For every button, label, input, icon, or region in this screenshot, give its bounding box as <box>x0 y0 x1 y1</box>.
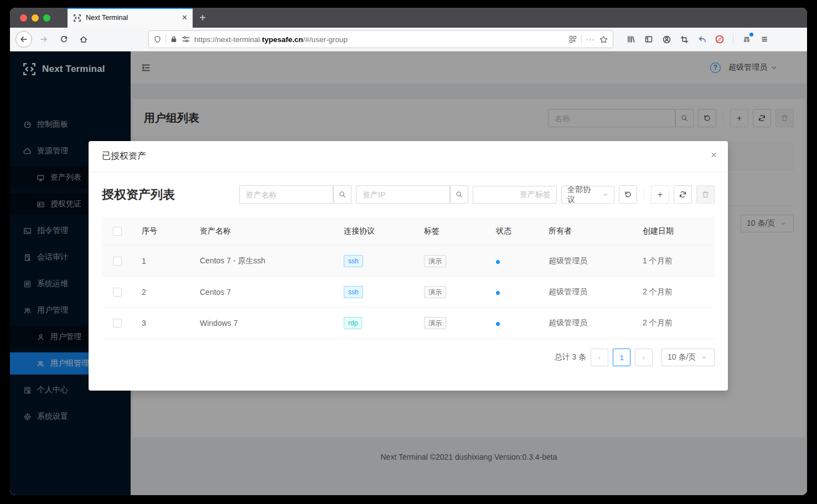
notification-dot <box>749 33 753 37</box>
home-icon <box>79 35 88 44</box>
column-header: 状态 <box>487 226 540 236</box>
browser-tab[interactable]: Next Terminal × <box>68 8 193 28</box>
select-all-checkbox[interactable] <box>113 227 122 236</box>
address-bar[interactable]: https://next-terminal.typesafe.cn/#/user… <box>148 30 613 48</box>
block-icon <box>715 34 725 44</box>
window-controls <box>10 8 68 28</box>
row-checkbox[interactable] <box>113 319 122 328</box>
sidebars-button[interactable] <box>641 31 656 48</box>
column-header: 序号 <box>133 226 191 236</box>
column-header: 连接协议 <box>335 226 415 236</box>
column-header: 资产名称 <box>191 226 335 236</box>
whats-new-button[interactable] <box>739 31 754 48</box>
shield-icon[interactable] <box>153 35 162 44</box>
cell-index: 1 <box>133 257 191 266</box>
chevron-down-icon <box>701 355 707 360</box>
cell-asset-name: Windows 7 <box>191 319 335 328</box>
new-tab-button[interactable]: + <box>193 8 213 28</box>
bookmark-star-icon[interactable] <box>599 35 608 44</box>
account-icon <box>662 35 671 44</box>
label-tag: 演示 <box>424 255 446 267</box>
protocol-select[interactable]: 全部协议 <box>561 186 614 204</box>
cell-owner: 超级管理员 <box>540 287 634 297</box>
protocol-tag: ssh <box>344 255 363 267</box>
asset-ip-search-button[interactable] <box>450 185 468 204</box>
library-button[interactable] <box>623 31 639 48</box>
assets-table: 序号 资产名称 连接协议 标签 状态 所有者 创建日期 1 Centos 7 -… <box>102 217 715 339</box>
modal-filters: 资产标签 全部协议 + <box>239 185 715 204</box>
table-row[interactable]: 2 Centos 7 ssh 演示 超级管理员 2 个月前 <box>102 277 715 308</box>
label-tag: 演示 <box>424 317 446 329</box>
reload-button[interactable] <box>55 31 72 48</box>
screenshot-button[interactable] <box>676 31 692 48</box>
account-button[interactable] <box>659 31 674 48</box>
current-page-button[interactable]: 1 <box>613 349 630 366</box>
modal-delete-button[interactable] <box>696 185 715 204</box>
modal-page-size-select[interactable]: 10 条/页 <box>661 349 715 366</box>
page-size-value: 10 条/页 <box>668 352 696 362</box>
divider <box>644 190 644 199</box>
library-icon <box>627 35 635 44</box>
divider <box>733 33 733 45</box>
modal-close-icon[interactable]: × <box>711 149 717 160</box>
asset-name-input[interactable] <box>239 185 333 204</box>
blocked-content-button[interactable] <box>712 31 727 48</box>
pagination-total: 总计 3 条 <box>554 352 586 362</box>
status-dot <box>496 322 500 326</box>
lock-icon[interactable] <box>170 35 178 43</box>
forward-button[interactable] <box>35 31 52 48</box>
qr-code-icon[interactable] <box>568 35 577 44</box>
modal-header: 已授权资产 × <box>89 141 728 172</box>
table-header-row: 序号 资产名称 连接协议 标签 状态 所有者 创建日期 <box>102 217 715 246</box>
app-viewport: Next Terminal 控制面板 资源管理 资产列表 授权凭证 <box>10 51 807 495</box>
url-text[interactable]: https://next-terminal.typesafe.cn/#/user… <box>194 35 565 44</box>
app-menu-button[interactable]: ≡ <box>757 31 772 48</box>
page-actions-icon[interactable]: ··· <box>586 35 595 44</box>
cell-index: 3 <box>133 319 191 328</box>
permissions-icon[interactable] <box>182 35 190 44</box>
close-window-button[interactable] <box>20 14 27 22</box>
home-button[interactable] <box>75 31 92 48</box>
modal-toolbar: 授权资产列表 资产标签 全部 <box>102 185 715 204</box>
column-header: 所有者 <box>540 226 634 236</box>
prev-page-button[interactable]: ‹ <box>591 349 608 366</box>
tab-title: Next Terminal <box>86 14 178 22</box>
url-path: /#/user-group <box>303 35 348 44</box>
table-row[interactable]: 3 Windows 7 rdp 演示 超级管理员 2 个月前 <box>102 308 715 339</box>
table-row[interactable]: 1 Centos 7 - 原生ssh ssh 演示 超级管理员 1 个月前 <box>102 246 715 277</box>
tab-strip: Next Terminal × + <box>10 8 807 28</box>
back-icon <box>19 35 28 44</box>
cell-index: 2 <box>133 288 191 297</box>
next-page-button[interactable]: › <box>635 349 653 366</box>
asset-name-search-button[interactable] <box>333 185 351 204</box>
undo-button[interactable] <box>694 31 710 48</box>
divider <box>166 34 166 44</box>
cell-created: 2 个月前 <box>634 287 715 297</box>
cell-owner: 超级管理员 <box>540 318 634 328</box>
modal-reset-button[interactable] <box>619 185 637 204</box>
tab-close-icon[interactable]: × <box>182 13 187 22</box>
asset-ip-input[interactable] <box>356 185 450 204</box>
undo-arrow-icon <box>697 35 707 44</box>
divider <box>581 34 582 44</box>
modal-refresh-button[interactable] <box>674 185 692 204</box>
browser-window: Next Terminal × + https://next-terminal.… <box>10 8 807 495</box>
status-dot <box>496 291 500 295</box>
asset-tag-select[interactable]: 资产标签 <box>473 186 557 204</box>
maximize-window-button[interactable] <box>43 14 50 22</box>
minimize-window-button[interactable] <box>32 14 39 22</box>
cell-owner: 超级管理员 <box>540 256 634 266</box>
protocol-tag: ssh <box>344 286 363 298</box>
trash-icon <box>701 190 710 199</box>
row-checkbox[interactable] <box>113 257 122 266</box>
section-title: 授权资产列表 <box>102 186 175 203</box>
toolbar-icons: ≡ <box>623 31 772 48</box>
protocol-value: 全部协议 <box>567 185 597 205</box>
sidebar-icon <box>644 35 653 44</box>
search-icon <box>338 190 347 199</box>
back-button[interactable] <box>15 31 32 48</box>
modal-add-button[interactable]: + <box>651 185 669 204</box>
url-scheme: https://next-terminal. <box>194 35 262 44</box>
row-checkbox[interactable] <box>113 288 122 297</box>
modal-body: 授权资产列表 资产标签 全部 <box>89 172 728 391</box>
